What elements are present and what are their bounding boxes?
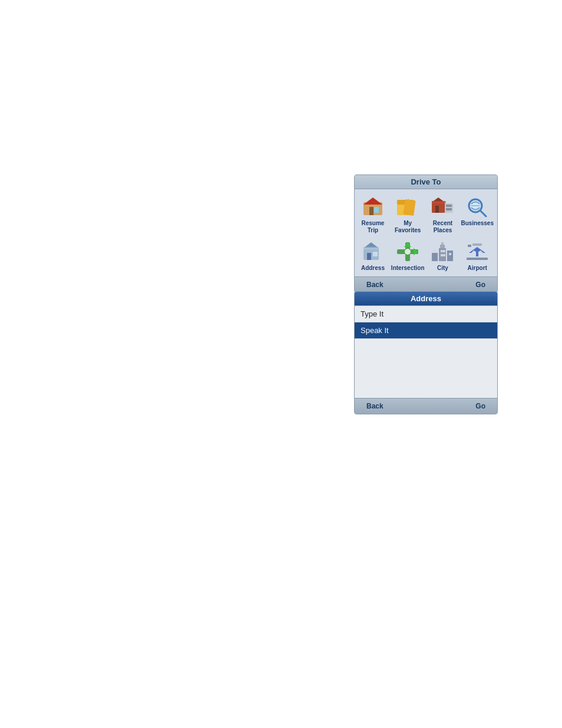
drive-to-title: Drive To [355, 175, 497, 189]
svg-rect-22 [373, 252, 378, 256]
city-button[interactable]: City [427, 238, 459, 274]
svg-rect-42 [472, 243, 482, 246]
svg-rect-41 [468, 245, 471, 247]
svg-rect-21 [367, 253, 371, 260]
my-favorites-icon [395, 195, 421, 219]
airport-button[interactable]: Airport [459, 238, 495, 274]
svg-point-26 [405, 249, 411, 255]
intersection-icon [395, 240, 421, 263]
svg-rect-2 [369, 207, 373, 215]
type-it-item[interactable]: Type It [355, 306, 497, 322]
address-title: Address [355, 292, 497, 306]
recent-places-button[interactable]: Recent Places [427, 193, 459, 236]
svg-rect-35 [441, 254, 443, 256]
svg-rect-36 [443, 254, 445, 256]
recent-places-label: Recent Places [428, 220, 458, 234]
drive-to-icons-grid: Resume Trip My Favorites [355, 189, 497, 276]
address-go-button[interactable]: Go [473, 401, 488, 411]
drive-to-back-button[interactable]: Back [364, 279, 386, 290]
address-nav-icon [360, 240, 386, 263]
svg-rect-32 [434, 249, 436, 252]
resume-trip-icon [360, 195, 386, 219]
intersection-label: Intersection [391, 265, 425, 272]
svg-rect-23 [363, 247, 379, 249]
resume-trip-button[interactable]: Resume Trip [357, 193, 389, 236]
airport-label: Airport [468, 265, 487, 272]
svg-rect-7 [403, 199, 415, 216]
svg-rect-31 [447, 251, 453, 261]
address-button[interactable]: Address [357, 238, 389, 274]
svg-rect-37 [449, 253, 451, 255]
svg-line-17 [480, 210, 486, 216]
svg-rect-3 [374, 207, 379, 213]
my-favorites-label: My Favorites [391, 220, 425, 234]
speak-it-item[interactable]: Speak It [355, 322, 497, 339]
svg-rect-29 [432, 253, 438, 261]
businesses-button[interactable]: Businesses [459, 193, 495, 236]
svg-marker-1 [363, 197, 382, 205]
address-content-area [355, 339, 497, 398]
svg-rect-10 [435, 206, 439, 213]
city-label: City [437, 265, 448, 272]
address-panel: Address Type It Speak It Back Go [354, 291, 498, 414]
svg-marker-27 [404, 242, 411, 247]
resume-trip-label: Resume Trip [358, 220, 388, 234]
drive-to-go-button[interactable]: Go [473, 279, 488, 290]
svg-rect-13 [446, 205, 452, 207]
address-nav-label: Address [361, 265, 385, 272]
svg-rect-34 [443, 250, 445, 252]
address-back-button[interactable]: Back [364, 401, 386, 411]
city-icon [429, 240, 455, 263]
svg-marker-28 [414, 248, 418, 255]
my-favorites-button[interactable]: My Favorites [390, 193, 426, 236]
svg-rect-40 [467, 258, 488, 260]
businesses-label: Businesses [461, 220, 494, 227]
svg-rect-11 [432, 201, 446, 203]
address-footer: Back Go [355, 398, 497, 414]
svg-rect-14 [446, 208, 452, 210]
businesses-icon [464, 195, 490, 219]
address-list: Type It Speak It [355, 306, 497, 339]
drive-to-panel: Drive To Resume Trip [354, 174, 498, 293]
svg-rect-33 [441, 250, 443, 252]
svg-rect-39 [441, 242, 444, 245]
drive-to-footer: Back Go [355, 276, 497, 292]
svg-rect-38 [440, 245, 445, 248]
airport-icon [464, 240, 490, 263]
intersection-button[interactable]: Intersection [390, 238, 426, 274]
recent-places-icon [429, 195, 455, 219]
